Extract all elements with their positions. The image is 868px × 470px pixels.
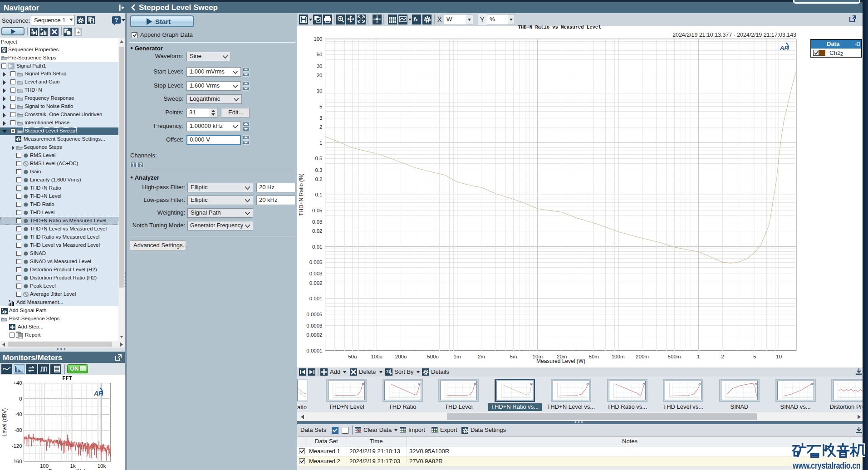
- svg-text:0.0002: 0.0002: [306, 332, 322, 338]
- svg-text:100u: 100u: [371, 354, 383, 359]
- svg-text:200m: 200m: [636, 354, 649, 359]
- svg-text:FFT: FFT: [62, 376, 72, 382]
- svg-text:0.5: 0.5: [315, 156, 323, 161]
- svg-text:1m: 1m: [454, 354, 461, 359]
- svg-text:5m: 5m: [510, 354, 517, 359]
- svg-text:20: 20: [317, 73, 323, 78]
- svg-text:200u: 200u: [395, 354, 407, 359]
- svg-text:-40: -40: [15, 411, 22, 417]
- svg-text:0.005: 0.005: [309, 259, 323, 265]
- svg-text:2024/2/19 21:10:13.377 - 2024/: 2024/2/19 21:10:13.377 - 2024/2/19 21:17…: [672, 32, 796, 38]
- svg-text:Frequency (Hz): Frequency (Hz): [49, 468, 86, 470]
- svg-text:0.2: 0.2: [315, 176, 323, 182]
- svg-text:0.1: 0.1: [315, 192, 323, 197]
- svg-text:AP: AP: [811, 382, 814, 385]
- svg-text:AP: AP: [642, 382, 645, 385]
- svg-text:0.003: 0.003: [309, 271, 323, 276]
- svg-text:0.0005: 0.0005: [306, 312, 322, 317]
- svg-text:0.002: 0.002: [309, 280, 323, 286]
- svg-text:50: 50: [317, 52, 323, 57]
- svg-text:2: 2: [319, 124, 322, 130]
- svg-text:-120: -120: [12, 443, 22, 449]
- svg-text:0.3: 0.3: [315, 167, 323, 173]
- svg-text:0.001: 0.001: [309, 296, 323, 301]
- svg-text:AP: AP: [418, 382, 421, 385]
- svg-text:2m: 2m: [478, 354, 485, 359]
- svg-text:1: 1: [319, 140, 322, 146]
- svg-text:100m: 100m: [612, 354, 625, 359]
- svg-text:THD+N Ratio (%): THD+N Ratio (%): [298, 173, 304, 216]
- svg-text:0.0003: 0.0003: [306, 323, 322, 328]
- svg-text:100: 100: [40, 463, 49, 469]
- svg-text:AP: AP: [362, 382, 364, 385]
- svg-text:AP: AP: [780, 44, 788, 51]
- svg-text:0: 0: [19, 396, 22, 401]
- svg-text:50m: 50m: [589, 354, 599, 359]
- svg-text:-160: -160: [12, 459, 22, 464]
- svg-text:30: 30: [317, 64, 323, 69]
- svg-text:-80: -80: [15, 427, 22, 433]
- svg-text:AP: AP: [699, 382, 701, 385]
- svg-text:AP: AP: [93, 390, 103, 397]
- svg-text:10: 10: [776, 354, 782, 359]
- svg-text:1: 1: [697, 354, 700, 359]
- svg-text:0.05: 0.05: [312, 208, 322, 213]
- svg-text:5: 5: [319, 104, 322, 109]
- svg-text:AP: AP: [586, 382, 589, 385]
- svg-text:10: 10: [317, 88, 323, 93]
- svg-text:Level (dBV): Level (dBV): [1, 408, 8, 437]
- svg-text:100: 100: [314, 36, 322, 42]
- svg-text:0.03: 0.03: [312, 219, 322, 225]
- svg-text:0.02: 0.02: [312, 228, 322, 234]
- svg-text:5: 5: [753, 354, 756, 359]
- svg-text:500m: 500m: [668, 354, 681, 359]
- svg-text:3: 3: [319, 115, 322, 121]
- svg-text:50u: 50u: [348, 354, 357, 359]
- svg-text:AP: AP: [530, 382, 533, 385]
- svg-text:500u: 500u: [427, 354, 439, 359]
- svg-text:0.01: 0.01: [312, 244, 322, 250]
- svg-text:0.0001: 0.0001: [306, 348, 322, 353]
- svg-text:10k: 10k: [98, 463, 106, 469]
- svg-text:AP: AP: [755, 382, 757, 385]
- svg-text:AP: AP: [474, 382, 477, 385]
- svg-text:+40: +40: [13, 380, 22, 386]
- svg-text:2: 2: [721, 354, 724, 359]
- svg-text:Measured Level (W): Measured Level (W): [536, 358, 585, 364]
